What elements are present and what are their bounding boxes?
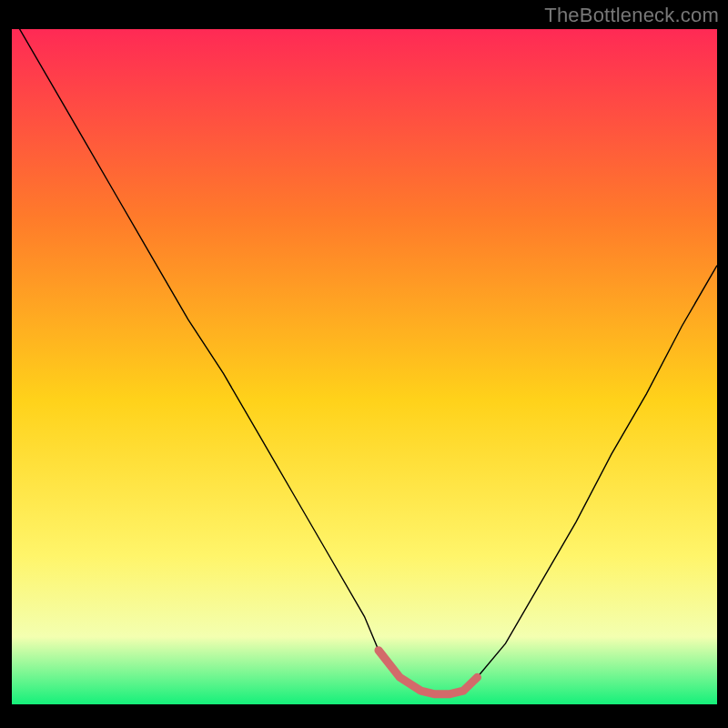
gradient-background xyxy=(12,29,717,704)
chart-frame: TheBottleneck.com xyxy=(0,0,728,728)
bottleneck-plot xyxy=(12,29,717,704)
plot-area xyxy=(12,29,717,704)
watermark-label: TheBottleneck.com xyxy=(544,4,719,27)
